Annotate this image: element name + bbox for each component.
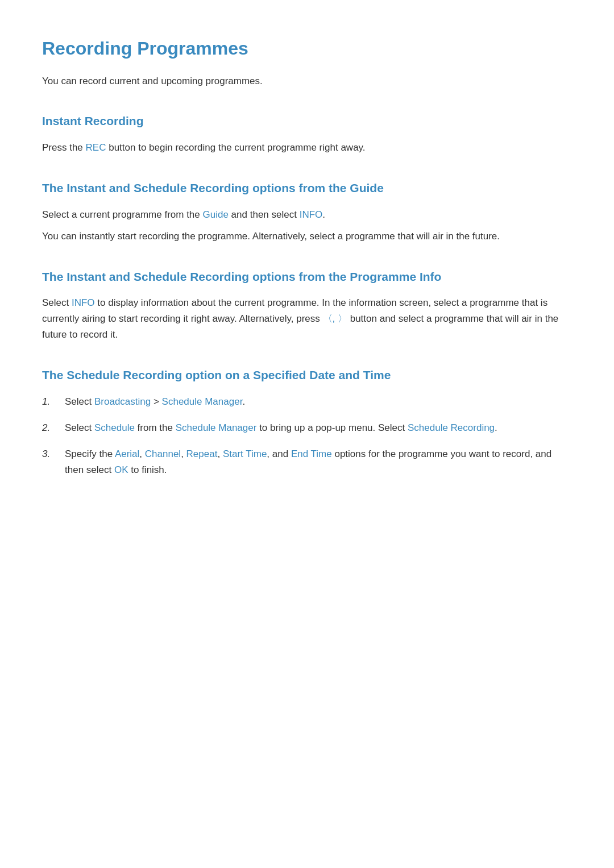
section-body-guide-options: Select a current programme from the Guid… xyxy=(42,207,572,244)
section-instant-recording: Instant Recording Press the REC button t… xyxy=(42,111,572,156)
list-content-2: Select Schedule from the Schedule Manage… xyxy=(65,420,572,436)
section-body-instant-recording: Press the REC button to begin recording … xyxy=(42,140,572,156)
guide-options-paragraph-2: You can instantly start recording the pr… xyxy=(42,229,572,244)
instant-recording-paragraph: Press the REC button to begin recording … xyxy=(42,140,572,156)
list-content-3: Specify the Aerial, Channel, Repeat, Sta… xyxy=(65,446,572,478)
list-number-3: 3. xyxy=(42,446,65,462)
ok-highlight: OK xyxy=(114,464,128,475)
info-highlight-2: INFO xyxy=(72,297,95,308)
channel-highlight: Channel xyxy=(145,448,181,459)
start-time-highlight: Start Time xyxy=(223,448,267,459)
schedule-highlight: Schedule xyxy=(94,422,135,433)
list-number-2: 2. xyxy=(42,420,65,436)
intro-paragraph: You can record current and upcoming prog… xyxy=(42,73,572,89)
arrow-highlight: 〈, 〉 xyxy=(323,313,347,324)
section-programme-info-options: The Instant and Schedule Recording optio… xyxy=(42,267,572,343)
guide-options-paragraph-1: Select a current programme from the Guid… xyxy=(42,207,572,223)
section-guide-options: The Instant and Schedule Recording optio… xyxy=(42,178,572,244)
section-heading-guide-options: The Instant and Schedule Recording optio… xyxy=(42,178,572,198)
repeat-highlight: Repeat xyxy=(186,448,218,459)
list-item: 1. Select Broadcasting > Schedule Manage… xyxy=(42,394,572,410)
section-heading-instant-recording: Instant Recording xyxy=(42,111,572,131)
section-heading-schedule-recording: The Schedule Recording option on a Speci… xyxy=(42,366,572,385)
broadcasting-highlight: Broadcasting xyxy=(94,396,151,407)
section-schedule-recording: The Schedule Recording option on a Speci… xyxy=(42,366,572,478)
section-body-programme-info: Select INFO to display information about… xyxy=(42,295,572,343)
rec-highlight: REC xyxy=(86,142,106,153)
aerial-highlight: Aerial xyxy=(115,448,139,459)
list-number-1: 1. xyxy=(42,394,65,410)
list-item: 3. Specify the Aerial, Channel, Repeat, … xyxy=(42,446,572,478)
page-title: Recording Programmes xyxy=(42,34,572,63)
end-time-highlight: End Time xyxy=(291,448,332,459)
schedule-recording-highlight: Schedule Recording xyxy=(408,422,495,433)
list-item: 2. Select Schedule from the Schedule Man… xyxy=(42,420,572,436)
section-body-schedule-recording: 1. Select Broadcasting > Schedule Manage… xyxy=(42,394,572,478)
schedule-manager-highlight-2: Schedule Manager xyxy=(176,422,257,433)
list-content-1: Select Broadcasting > Schedule Manager. xyxy=(65,394,572,410)
programme-info-paragraph: Select INFO to display information about… xyxy=(42,295,572,343)
schedule-recording-list: 1. Select Broadcasting > Schedule Manage… xyxy=(42,394,572,478)
schedule-manager-highlight-1: Schedule Manager xyxy=(162,396,243,407)
section-heading-programme-info: The Instant and Schedule Recording optio… xyxy=(42,267,572,286)
info-highlight-1: INFO xyxy=(300,209,323,220)
guide-highlight: Guide xyxy=(203,209,229,220)
